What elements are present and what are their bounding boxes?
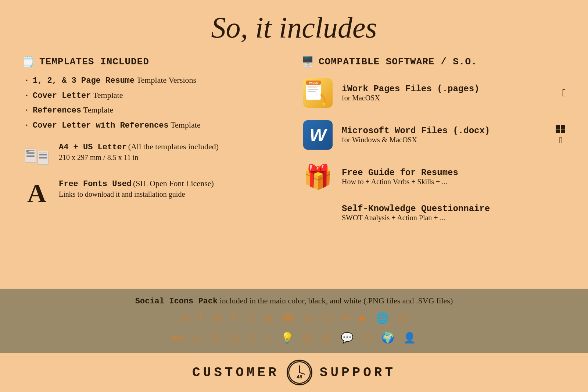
rss2-icon: ●● bbox=[172, 332, 184, 346]
list-item: · Cover Letter Template bbox=[26, 90, 287, 101]
a4-title-normal: (All the templates included) bbox=[128, 142, 219, 151]
a4-feature-subtitle: 210 x 297 mm / 8.5 x 11 in bbox=[59, 153, 219, 162]
a4-icon-box: A4 bbox=[22, 142, 51, 171]
fonts-feature-subtitle: Links to download it and installation gu… bbox=[59, 190, 214, 199]
word-app-icon: W bbox=[303, 120, 333, 150]
content-area: 🗒️ TEMPLATES INCLUDED · 1, 2, & 3 Page R… bbox=[0, 52, 588, 289]
svg-rect-5 bbox=[308, 91, 316, 92]
fonts-feature: A Free Fonts Used (SIL Open Font License… bbox=[22, 179, 287, 208]
templates-icon: 🗒️ bbox=[22, 56, 35, 68]
linkedin-icon: Ⓛ bbox=[323, 312, 333, 326]
right-column: 🖥️ COMPATIBLE SOFTWARE / S.O. bbox=[301, 56, 566, 281]
home-icon: ⌂ bbox=[266, 332, 272, 346]
svg-text:48: 48 bbox=[297, 374, 302, 380]
phone-icon: ☎ bbox=[282, 312, 295, 326]
item-normal: Template bbox=[93, 90, 123, 100]
banner-text: Social Icons Pack included in the main c… bbox=[22, 296, 566, 306]
word-icon-box: W bbox=[301, 118, 334, 152]
footer-left-text: CUSTOMER bbox=[192, 365, 279, 380]
free-guide-item: 🎁 Free Guide for Resumes How to + Action… bbox=[301, 160, 566, 193]
iwork-subtitle: for MacOSX bbox=[342, 94, 555, 102]
gift-icon-box: 🎁 bbox=[301, 160, 334, 193]
facebook-icon: Ⓕ bbox=[210, 332, 220, 346]
vimeo2-icon: ⓥ bbox=[322, 332, 332, 346]
footer: CUSTOMER 48 SUPPORT bbox=[0, 353, 588, 392]
tumblr-icon: 𝗍 bbox=[199, 312, 203, 326]
doc-page-1: A4 bbox=[25, 149, 36, 163]
main-title: So, it includes bbox=[211, 11, 377, 44]
footer-right-text: SUPPORT bbox=[320, 365, 396, 380]
template-list: · 1, 2, & 3 Page Resume Template Version… bbox=[26, 75, 287, 131]
word-title: Microsoft Word Files (.docx) bbox=[342, 126, 548, 136]
globe-icon: 🌐 bbox=[376, 312, 389, 326]
font-icon-box: A bbox=[22, 179, 51, 208]
banner-bold-text: Social Icons Pack bbox=[135, 297, 218, 306]
svg-rect-12 bbox=[556, 129, 560, 133]
gift-icon: 🎁 bbox=[303, 162, 333, 192]
pages-icon-svg: PAGES bbox=[303, 78, 333, 108]
bullet: · bbox=[26, 105, 28, 114]
word-item: W Microsoft Word Files (.docx) for Windo… bbox=[301, 118, 566, 152]
a4-feature-text: A4 + US Letter (All the templates includ… bbox=[59, 142, 219, 162]
fonts-title-bold: Free Fonts Used bbox=[59, 179, 132, 189]
fonts-feature-text: Free Fonts Used (SIL Open Font License) … bbox=[59, 179, 214, 199]
a4-document-icon: A4 bbox=[25, 149, 49, 165]
behance-icon: Ⓑ bbox=[302, 332, 313, 346]
word-os-icons:  bbox=[556, 125, 566, 145]
list-item: · References Template bbox=[26, 105, 287, 116]
word-subtitle: for Windows & MacOSX bbox=[342, 136, 548, 144]
quote-icon: ❝ bbox=[231, 312, 237, 326]
vimeo-icon: ⓥ bbox=[180, 312, 190, 326]
svg-text:PAGES: PAGES bbox=[309, 82, 318, 84]
pinterest2-icon: Ⓟ bbox=[398, 312, 408, 326]
font-a-icon: A bbox=[27, 180, 46, 207]
left-column: 🗒️ TEMPLATES INCLUDED · 1, 2, & 3 Page R… bbox=[22, 56, 287, 281]
chat-icon: 🗨 bbox=[245, 312, 256, 326]
svg-rect-13 bbox=[561, 129, 565, 133]
free-guide-text: Free Guide for Resumes How to + Action V… bbox=[342, 168, 566, 186]
item-bold: 1, 2, & 3 Page Resume bbox=[33, 76, 135, 85]
world-icon: 🌍 bbox=[381, 332, 394, 346]
svg-point-17 bbox=[299, 372, 300, 373]
item-normal: Template bbox=[171, 120, 201, 129]
bottom-banner: Social Icons Pack included in the main c… bbox=[0, 289, 588, 353]
social-icons-row-2: ●● ▷ Ⓕ Ⓢ 𝕏 ⌂ 💡 Ⓑ ⓥ 💬 Ⓥ 🌍 👤 bbox=[22, 332, 566, 346]
user-icon: 👤 bbox=[403, 332, 416, 346]
fonts-title-normal: (SIL Open Font License) bbox=[133, 179, 214, 188]
a4-title-bold: A4 + US Letter bbox=[59, 143, 127, 152]
lightbulb-icon: 💡 bbox=[281, 332, 294, 346]
vine-icon: Ⓥ bbox=[362, 332, 373, 346]
email-icon: ✉ bbox=[342, 312, 350, 326]
whatsapp-icon: 💬 bbox=[341, 332, 354, 346]
youtube-icon: ▶ bbox=[359, 312, 367, 326]
software-header-text: COMPATIBLE SOFTWARE / S.O. bbox=[319, 56, 477, 67]
self-knowledge-title: Self-Knowledge Questionnaire bbox=[342, 204, 566, 214]
iwork-os-icons:  bbox=[562, 87, 566, 99]
svg-rect-4 bbox=[308, 89, 318, 90]
templates-header-text: TEMPLATES INCLUDED bbox=[39, 56, 149, 67]
self-knowledge-section: Self-Knowledge Questionnaire SWOT Analys… bbox=[342, 204, 566, 222]
banner-normal-text: included in the main color, black, and w… bbox=[220, 296, 453, 305]
clock-badge: 48 bbox=[287, 360, 312, 385]
fonts-feature-title: Free Fonts Used (SIL Open Font License) bbox=[59, 179, 214, 189]
software-icon: 🖥️ bbox=[301, 56, 314, 68]
social-icons-row-1: ⓥ 𝗍 Ⓟ ❝ 🗨 ⊞ ☎ Ⓖ Ⓛ ✉ ▶ 🌐 Ⓟ bbox=[22, 312, 566, 326]
svg-rect-11 bbox=[561, 125, 565, 129]
clock-svg: 48 bbox=[287, 361, 312, 384]
a4-feature: A4 bbox=[22, 142, 287, 171]
list-item: · Cover Letter with References Template bbox=[26, 120, 287, 131]
instagram-icon: ⊞ bbox=[265, 312, 273, 326]
item-bold: Cover Letter bbox=[33, 91, 91, 100]
list-item: · 1, 2, & 3 Page Resume Template Version… bbox=[26, 75, 287, 86]
iwork-text: iWork Pages Files (.pages) for MacOSX bbox=[342, 84, 555, 102]
word-text: Microsoft Word Files (.docx) for Windows… bbox=[342, 126, 548, 144]
skype-icon: Ⓢ bbox=[229, 332, 240, 346]
self-knowledge-subtitle: SWOT Analysis + Action Plan + ... bbox=[342, 214, 566, 222]
free-guide-subtitle: How to + Action Verbs + Skills + ... bbox=[342, 178, 566, 186]
iwork-item: PAGES iWork Pages Files (.pages) for Mac… bbox=[301, 76, 566, 110]
a4-feature-title: A4 + US Letter (All the templates includ… bbox=[59, 142, 219, 152]
free-guide-title: Free Guide for Resumes bbox=[342, 168, 566, 178]
iwork-icon-box: PAGES bbox=[301, 76, 334, 110]
item-normal: Template Versions bbox=[137, 75, 196, 85]
iwork-title: iWork Pages Files (.pages) bbox=[342, 84, 555, 94]
